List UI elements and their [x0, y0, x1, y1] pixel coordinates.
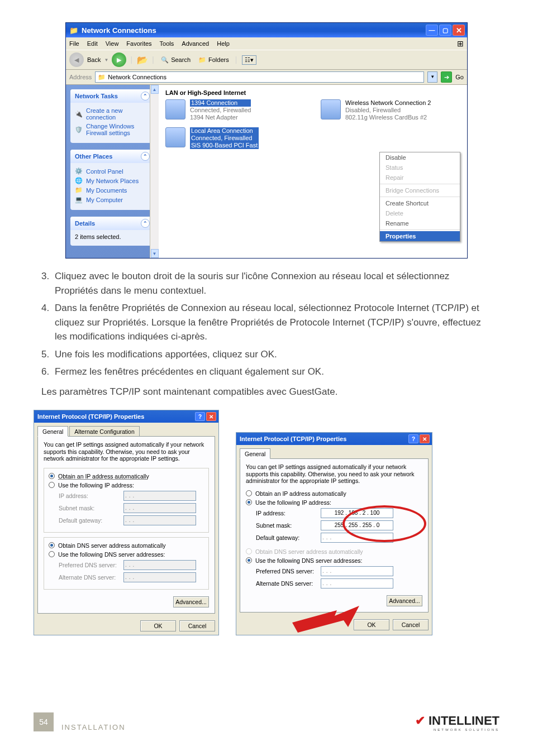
dialog-title: Internet Protocol (TCP/IP) Properties: [240, 436, 346, 442]
forward-button[interactable]: ▶: [112, 52, 126, 67]
folders-label: Folders: [208, 56, 229, 63]
radio-manual-dns-label: Use the following DNS server addresses:: [255, 557, 362, 564]
minimize-button[interactable]: —: [426, 25, 438, 36]
tab-general[interactable]: General: [240, 448, 270, 459]
address-dropdown[interactable]: ▼: [427, 71, 437, 83]
advanced-button[interactable]: Advanced...: [173, 596, 209, 607]
help-button[interactable]: ?: [195, 412, 205, 421]
ctx-repair[interactable]: Repair: [380, 173, 460, 183]
folders-button[interactable]: 📁Folders: [196, 55, 231, 65]
close-button[interactable]: ✕: [453, 25, 465, 36]
radio-auto-dns[interactable]: [49, 542, 55, 548]
my-documents-label: My Documents: [86, 187, 127, 194]
tab-general[interactable]: General: [37, 426, 68, 437]
menubar: File Edit View Favorites Tools Advanced …: [66, 37, 467, 50]
computer-icon: 💻: [75, 196, 83, 203]
menu-file[interactable]: File: [69, 40, 79, 47]
dns2-input[interactable]: ...: [321, 578, 393, 588]
connection-1394[interactable]: 1394 Connection Connected, Firewalled 13…: [165, 99, 305, 122]
annotation-oval: [342, 505, 426, 542]
ctx-rename[interactable]: Rename: [380, 218, 460, 228]
firewall-settings-link[interactable]: 🛡️Change Windows Firewall settings: [75, 122, 150, 137]
control-panel-label: Control Panel: [86, 168, 123, 175]
search-icon: 🔍: [161, 56, 169, 64]
details-text: 2 items selected.: [75, 233, 121, 240]
dialog-title: Internet Protocol (TCP/IP) Properties: [37, 413, 144, 420]
menu-help[interactable]: Help: [217, 40, 230, 47]
conn-name: 1394 Connection: [190, 99, 251, 107]
radio-auto-dns: [246, 548, 252, 554]
connection-lan[interactable]: Local Area Connection Connected, Firewal…: [165, 127, 305, 150]
intro-text: You can get IP settings assigned automat…: [246, 463, 422, 485]
up-icon[interactable]: 📂: [137, 55, 148, 65]
radio-auto-ip[interactable]: [246, 490, 252, 496]
tcpip-dialog-manual: Internet Protocol (TCP/IP) Properties?✕ …: [236, 432, 432, 635]
connection-wireless[interactable]: Wireless Network Connection 2 Disabled, …: [321, 99, 460, 122]
ctx-delete[interactable]: Delete: [380, 208, 460, 218]
radio-manual-ip-label: Use the following IP address:: [255, 499, 331, 506]
my-computer-label: My Computer: [86, 197, 123, 203]
address-input[interactable]: 📁 Network Connections: [95, 71, 424, 83]
collapse-icon[interactable]: ⌃: [141, 219, 150, 228]
annotation-arrow-icon: [292, 606, 359, 634]
control-panel-link[interactable]: ⚙️Control Panel: [75, 166, 150, 176]
step-num: 6.: [41, 365, 55, 379]
collapse-icon[interactable]: ⌃: [141, 92, 150, 101]
go-button[interactable]: ➔: [441, 71, 452, 83]
sidebar-scrollbar[interactable]: ▲▼: [150, 85, 159, 258]
radio-manual-dns[interactable]: [246, 557, 252, 563]
radio-manual-ip[interactable]: [49, 482, 55, 488]
ctx-status[interactable]: Status: [380, 162, 460, 173]
create-connection-link[interactable]: 🔌Create a new connection: [75, 106, 150, 122]
conn-status: Connected, Firewalled: [190, 107, 251, 114]
cancel-button[interactable]: Cancel: [179, 620, 215, 631]
my-computer-link[interactable]: 💻My Computer: [75, 195, 150, 204]
close-button[interactable]: ✕: [206, 412, 216, 421]
back-button[interactable]: ◀: [69, 52, 84, 67]
section-label: INSTALLATION: [61, 723, 126, 731]
page-footer: 54 INSTALLATION ✔INTELLINET NETWORK SOLU…: [34, 712, 499, 731]
menu-edit[interactable]: Edit: [87, 40, 98, 47]
menu-advanced[interactable]: Advanced: [182, 40, 209, 47]
ctx-disable[interactable]: Disable: [380, 152, 460, 162]
my-documents-link[interactable]: 📁My Documents: [75, 185, 150, 195]
cancel-button[interactable]: Cancel: [393, 619, 429, 630]
scroll-up-icon[interactable]: ▲: [151, 85, 159, 94]
dns2-input: ...: [123, 572, 196, 582]
menu-view[interactable]: View: [106, 40, 119, 47]
dns1-label: Preferred DNS server:: [256, 568, 317, 575]
menu-tools[interactable]: Tools: [160, 40, 174, 47]
conn-status: Disabled, Firewalled: [345, 107, 431, 114]
dropdown-icon[interactable]: ▼: [104, 58, 108, 63]
search-button[interactable]: 🔍Search: [159, 55, 193, 65]
ctx-bridge[interactable]: Bridge Connections: [380, 185, 460, 195]
gw-input: ...: [123, 515, 196, 525]
scroll-down-icon[interactable]: ▼: [151, 249, 159, 258]
radio-auto-dns-label: Obtain DNS server address automatically: [58, 542, 166, 549]
radio-auto-ip[interactable]: [49, 473, 55, 479]
dns2-label: Alternate DNS server:: [256, 580, 317, 587]
tab-alternate[interactable]: Alternate Configuration: [69, 426, 139, 436]
step-num: 5.: [41, 347, 55, 362]
ok-button[interactable]: OK: [140, 620, 176, 631]
advanced-button[interactable]: Advanced...: [387, 595, 422, 606]
conn-name: Local Area Connection: [190, 127, 259, 135]
maximize-button[interactable]: ▢: [439, 25, 451, 36]
help-button[interactable]: ?: [408, 434, 418, 443]
radio-manual-dns[interactable]: [49, 551, 55, 557]
ctx-properties[interactable]: Properties: [380, 231, 460, 241]
network-places-link[interactable]: 🌐My Network Places: [75, 176, 150, 185]
go-label: Go: [455, 74, 464, 80]
menu-favorites[interactable]: Favorites: [126, 40, 151, 47]
conn-name: Wireless Network Connection 2: [345, 99, 431, 107]
dns1-input[interactable]: ...: [321, 566, 393, 576]
collapse-icon[interactable]: ⌃: [141, 152, 150, 161]
views-button[interactable]: ☷▾: [242, 55, 256, 65]
search-label: Search: [171, 56, 191, 63]
close-button[interactable]: ✕: [420, 434, 430, 443]
radio-manual-ip[interactable]: [246, 499, 252, 505]
folder-icon: 📁: [98, 74, 106, 81]
ctx-shortcut[interactable]: Create Shortcut: [380, 198, 460, 208]
back-label: Back: [87, 56, 101, 63]
ip-input: ...: [123, 491, 196, 501]
